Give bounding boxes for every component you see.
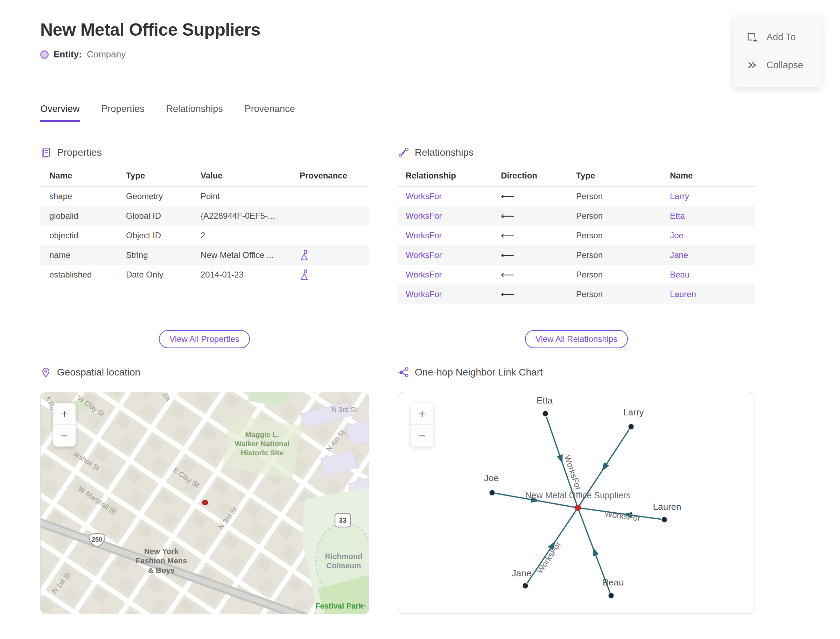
graph-node[interactable]: [542, 411, 549, 417]
svg-text:33: 33: [339, 517, 347, 524]
tab-overview[interactable]: Overview: [40, 103, 80, 122]
property-provenance-cell: [300, 249, 369, 261]
property-value-cell: {A228944F-0EF5-...: [200, 211, 300, 221]
view-all-relationships-button[interactable]: View All Relationships: [525, 330, 628, 348]
map-label: Fashion Mens: [136, 556, 187, 565]
provenance-flag-icon[interactable]: [300, 269, 310, 281]
properties-section-header: Properties: [40, 147, 369, 158]
relationship-link[interactable]: WorksFor: [406, 270, 442, 279]
linkchart-zoom-out-button[interactable]: −: [411, 424, 433, 447]
graph-edge-label: WorksFor: [604, 509, 641, 523]
relationship-type-cell: Person: [576, 289, 670, 299]
relationship-link[interactable]: WorksFor: [406, 191, 442, 201]
graph-node-label: Beau: [603, 577, 624, 588]
properties-icon: [40, 147, 51, 158]
provenance-flag-icon[interactable]: [300, 249, 310, 261]
tab-provenance[interactable]: Provenance: [245, 103, 295, 122]
relationships-section-title: Relationships: [415, 147, 474, 158]
collapse-button[interactable]: Collapse: [733, 54, 821, 76]
property-type-cell: Global ID: [126, 211, 200, 221]
properties-table: Name Type Value Provenance shapeGeometry…: [40, 171, 369, 285]
property-type-cell: Date Only: [126, 270, 200, 280]
graph-node[interactable]: [662, 517, 667, 523]
collapse-label: Collapse: [767, 60, 803, 71]
map-entity-marker: [203, 500, 208, 505]
page-title: New Metal Office Suppliers: [40, 20, 260, 40]
col-header-direction: Direction: [501, 171, 576, 181]
related-entity-link[interactable]: Joe: [670, 230, 684, 240]
relationship-link[interactable]: WorksFor: [406, 250, 442, 260]
graph-edge-label: WorksFor: [535, 540, 563, 575]
map-label: N 3rd St: [331, 405, 357, 413]
property-value-cell: New Metal Office ...: [200, 250, 300, 260]
graph-node-label: Lauren: [653, 501, 681, 512]
properties-table-header: Name Type Value Provenance: [40, 171, 369, 186]
graph-node[interactable]: [489, 490, 495, 496]
related-entity-link[interactable]: Lauren: [670, 289, 696, 299]
graph-node[interactable]: [628, 424, 634, 430]
route-shield: 33: [335, 514, 350, 527]
graph-center-node-label: New Metal Office Suppliers: [525, 490, 630, 500]
map-attribution-toggle[interactable]: ⌃: [360, 603, 368, 614]
add-to-label: Add To: [767, 32, 796, 43]
col-header-relationship: Relationship: [406, 171, 501, 181]
table-row: WorksFor⟵PersonLarry: [398, 186, 755, 206]
map[interactable]: k RdW Clay StSaarshall StW Marshall StE …: [40, 392, 369, 614]
view-all-properties-button[interactable]: View All Properties: [159, 330, 250, 348]
linkchart-zoom-in-button[interactable]: +: [411, 403, 433, 424]
graph-node-label: Larry: [623, 407, 644, 418]
map-zoom-in-button[interactable]: +: [53, 403, 76, 424]
direction-arrow: ⟵: [501, 230, 576, 241]
related-entity-link[interactable]: Larry: [670, 191, 689, 201]
tab-properties[interactable]: Properties: [102, 103, 145, 122]
collapse-icon: [746, 59, 757, 71]
col-header-name: Name: [49, 171, 126, 181]
graph-node-label: Joe: [484, 473, 499, 483]
related-entity-cell: Jane: [670, 250, 755, 260]
related-entity-cell: Etta: [670, 211, 755, 221]
relationship-link-cell: WorksFor: [406, 250, 501, 260]
page-header: New Metal Office Suppliers Entity: Compa…: [40, 20, 260, 60]
relationship-link[interactable]: WorksFor: [406, 211, 442, 221]
relationship-type-cell: Person: [576, 230, 670, 240]
tab-relationships[interactable]: Relationships: [166, 103, 223, 122]
linkchart-section-title: One-hop Neighbor Link Chart: [415, 367, 543, 378]
map-label: Festival Park: [315, 602, 363, 610]
relationship-type-cell: Person: [576, 211, 670, 221]
related-entity-cell: Lauren: [670, 289, 755, 299]
related-entity-link[interactable]: Jane: [670, 250, 688, 260]
table-row: WorksFor⟵PersonBeau: [398, 265, 755, 285]
edge-arrowhead-icon: [590, 546, 599, 556]
property-name-cell: objectid: [49, 230, 126, 240]
map-zoom-control: + −: [53, 403, 76, 447]
relationships-table-header: Relationship Direction Type Name: [398, 171, 755, 186]
related-entity-cell: Larry: [670, 191, 755, 201]
edge-arrowhead-icon: [599, 462, 609, 473]
add-to-icon: [746, 32, 757, 43]
svg-text:250: 250: [92, 536, 102, 543]
relationship-link[interactable]: WorksFor: [406, 230, 442, 240]
graph-center-node[interactable]: [575, 505, 581, 511]
property-value-cell: 2014-01-23: [200, 270, 300, 280]
related-entity-link[interactable]: Beau: [670, 270, 689, 279]
graph-node-label: Jane: [512, 568, 531, 579]
property-name-cell: name: [49, 250, 126, 260]
geospatial-section: Geospatial location: [40, 367, 369, 614]
graph-node[interactable]: [608, 593, 614, 599]
map-label: Walker National: [235, 440, 290, 448]
table-row: WorksFor⟵PersonJane: [398, 245, 755, 265]
property-name-cell: established: [49, 270, 126, 280]
related-entity-link[interactable]: Etta: [670, 211, 685, 221]
map-zoom-out-button[interactable]: −: [53, 424, 76, 447]
relationship-link[interactable]: WorksFor: [406, 289, 442, 299]
related-entity-cell: Joe: [670, 230, 755, 240]
direction-arrow: ⟵: [501, 210, 576, 221]
graph-node[interactable]: [523, 583, 528, 589]
map-label: & Boys: [148, 566, 175, 575]
relationship-link-cell: WorksFor: [406, 289, 501, 299]
col-header-value: Value: [200, 171, 300, 181]
add-to-button[interactable]: Add To: [733, 26, 821, 48]
table-row: globalidGlobal ID{A228944F-0EF5-...: [40, 206, 369, 226]
link-chart[interactable]: WorksForWorksForWorksForEttaLarryJoeLaur…: [398, 392, 755, 614]
table-row: WorksFor⟵PersonLauren: [398, 285, 755, 304]
